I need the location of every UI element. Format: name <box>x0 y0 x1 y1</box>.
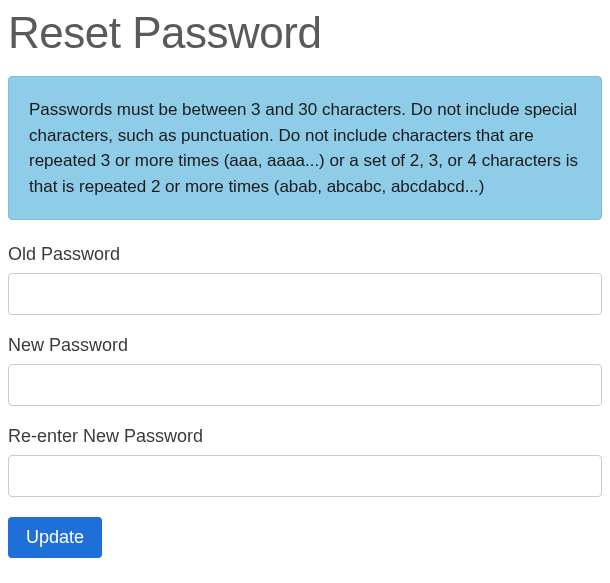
reenter-password-group: Re-enter New Password <box>8 426 602 497</box>
old-password-label: Old Password <box>8 244 602 265</box>
new-password-input[interactable] <box>8 364 602 406</box>
old-password-group: Old Password <box>8 244 602 315</box>
new-password-group: New Password <box>8 335 602 406</box>
password-rules-info: Passwords must be between 3 and 30 chara… <box>8 76 602 220</box>
page-title: Reset Password <box>8 8 602 58</box>
old-password-input[interactable] <box>8 273 602 315</box>
reenter-password-input[interactable] <box>8 455 602 497</box>
new-password-label: New Password <box>8 335 602 356</box>
reenter-password-label: Re-enter New Password <box>8 426 602 447</box>
update-button[interactable]: Update <box>8 517 102 558</box>
